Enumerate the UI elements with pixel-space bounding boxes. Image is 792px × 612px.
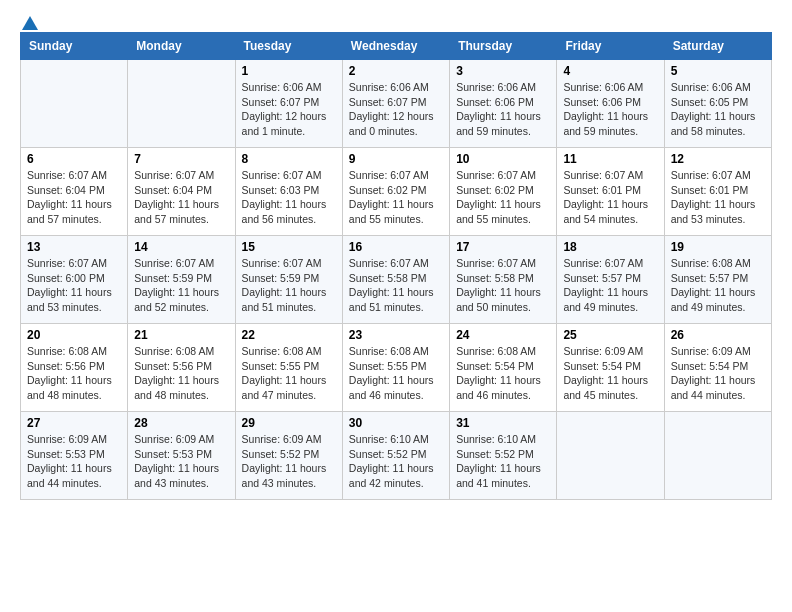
day-number-1: 1 — [242, 64, 336, 78]
cell-w2-d3: 8Sunrise: 6:07 AM Sunset: 6:03 PM Daylig… — [235, 148, 342, 236]
day-number-24: 24 — [456, 328, 550, 342]
day-info-8: Sunrise: 6:07 AM Sunset: 6:03 PM Dayligh… — [242, 168, 336, 227]
header-friday: Friday — [557, 33, 664, 60]
cell-w3-d4: 16Sunrise: 6:07 AM Sunset: 5:58 PM Dayli… — [342, 236, 449, 324]
day-number-16: 16 — [349, 240, 443, 254]
day-info-17: Sunrise: 6:07 AM Sunset: 5:58 PM Dayligh… — [456, 256, 550, 315]
day-info-24: Sunrise: 6:08 AM Sunset: 5:54 PM Dayligh… — [456, 344, 550, 403]
day-number-28: 28 — [134, 416, 228, 430]
cell-w4-d1: 20Sunrise: 6:08 AM Sunset: 5:56 PM Dayli… — [21, 324, 128, 412]
day-info-14: Sunrise: 6:07 AM Sunset: 5:59 PM Dayligh… — [134, 256, 228, 315]
day-info-30: Sunrise: 6:10 AM Sunset: 5:52 PM Dayligh… — [349, 432, 443, 491]
page-header — [20, 20, 772, 22]
day-info-4: Sunrise: 6:06 AM Sunset: 6:06 PM Dayligh… — [563, 80, 657, 139]
day-number-23: 23 — [349, 328, 443, 342]
day-info-20: Sunrise: 6:08 AM Sunset: 5:56 PM Dayligh… — [27, 344, 121, 403]
cell-w5-d6 — [557, 412, 664, 500]
day-number-30: 30 — [349, 416, 443, 430]
day-info-1: Sunrise: 6:06 AM Sunset: 6:07 PM Dayligh… — [242, 80, 336, 139]
cell-w2-d6: 11Sunrise: 6:07 AM Sunset: 6:01 PM Dayli… — [557, 148, 664, 236]
logo-icon — [22, 16, 38, 30]
day-number-12: 12 — [671, 152, 765, 166]
day-number-4: 4 — [563, 64, 657, 78]
day-number-14: 14 — [134, 240, 228, 254]
day-info-7: Sunrise: 6:07 AM Sunset: 6:04 PM Dayligh… — [134, 168, 228, 227]
calendar-table: SundayMondayTuesdayWednesdayThursdayFrid… — [20, 32, 772, 500]
week-row-3: 13Sunrise: 6:07 AM Sunset: 6:00 PM Dayli… — [21, 236, 772, 324]
cell-w3-d6: 18Sunrise: 6:07 AM Sunset: 5:57 PM Dayli… — [557, 236, 664, 324]
cell-w2-d5: 10Sunrise: 6:07 AM Sunset: 6:02 PM Dayli… — [450, 148, 557, 236]
week-row-2: 6Sunrise: 6:07 AM Sunset: 6:04 PM Daylig… — [21, 148, 772, 236]
day-info-22: Sunrise: 6:08 AM Sunset: 5:55 PM Dayligh… — [242, 344, 336, 403]
day-number-27: 27 — [27, 416, 121, 430]
cell-w5-d3: 29Sunrise: 6:09 AM Sunset: 5:52 PM Dayli… — [235, 412, 342, 500]
header-saturday: Saturday — [664, 33, 771, 60]
week-row-5: 27Sunrise: 6:09 AM Sunset: 5:53 PM Dayli… — [21, 412, 772, 500]
day-info-12: Sunrise: 6:07 AM Sunset: 6:01 PM Dayligh… — [671, 168, 765, 227]
header-row: SundayMondayTuesdayWednesdayThursdayFrid… — [21, 33, 772, 60]
calendar-body: 1Sunrise: 6:06 AM Sunset: 6:07 PM Daylig… — [21, 60, 772, 500]
day-number-7: 7 — [134, 152, 228, 166]
day-number-13: 13 — [27, 240, 121, 254]
cell-w5-d5: 31Sunrise: 6:10 AM Sunset: 5:52 PM Dayli… — [450, 412, 557, 500]
day-info-28: Sunrise: 6:09 AM Sunset: 5:53 PM Dayligh… — [134, 432, 228, 491]
header-monday: Monday — [128, 33, 235, 60]
day-info-6: Sunrise: 6:07 AM Sunset: 6:04 PM Dayligh… — [27, 168, 121, 227]
cell-w4-d6: 25Sunrise: 6:09 AM Sunset: 5:54 PM Dayli… — [557, 324, 664, 412]
day-number-22: 22 — [242, 328, 336, 342]
cell-w2-d2: 7Sunrise: 6:07 AM Sunset: 6:04 PM Daylig… — [128, 148, 235, 236]
day-info-16: Sunrise: 6:07 AM Sunset: 5:58 PM Dayligh… — [349, 256, 443, 315]
cell-w2-d4: 9Sunrise: 6:07 AM Sunset: 6:02 PM Daylig… — [342, 148, 449, 236]
day-info-10: Sunrise: 6:07 AM Sunset: 6:02 PM Dayligh… — [456, 168, 550, 227]
cell-w2-d7: 12Sunrise: 6:07 AM Sunset: 6:01 PM Dayli… — [664, 148, 771, 236]
day-number-8: 8 — [242, 152, 336, 166]
day-info-2: Sunrise: 6:06 AM Sunset: 6:07 PM Dayligh… — [349, 80, 443, 139]
day-info-23: Sunrise: 6:08 AM Sunset: 5:55 PM Dayligh… — [349, 344, 443, 403]
day-number-25: 25 — [563, 328, 657, 342]
cell-w3-d2: 14Sunrise: 6:07 AM Sunset: 5:59 PM Dayli… — [128, 236, 235, 324]
logo — [20, 20, 38, 22]
day-number-18: 18 — [563, 240, 657, 254]
cell-w1-d2 — [128, 60, 235, 148]
day-info-5: Sunrise: 6:06 AM Sunset: 6:05 PM Dayligh… — [671, 80, 765, 139]
cell-w1-d5: 3Sunrise: 6:06 AM Sunset: 6:06 PM Daylig… — [450, 60, 557, 148]
day-info-11: Sunrise: 6:07 AM Sunset: 6:01 PM Dayligh… — [563, 168, 657, 227]
day-number-29: 29 — [242, 416, 336, 430]
day-info-9: Sunrise: 6:07 AM Sunset: 6:02 PM Dayligh… — [349, 168, 443, 227]
day-info-27: Sunrise: 6:09 AM Sunset: 5:53 PM Dayligh… — [27, 432, 121, 491]
day-number-20: 20 — [27, 328, 121, 342]
svg-marker-0 — [22, 16, 38, 30]
cell-w3-d3: 15Sunrise: 6:07 AM Sunset: 5:59 PM Dayli… — [235, 236, 342, 324]
week-row-4: 20Sunrise: 6:08 AM Sunset: 5:56 PM Dayli… — [21, 324, 772, 412]
day-info-15: Sunrise: 6:07 AM Sunset: 5:59 PM Dayligh… — [242, 256, 336, 315]
day-number-9: 9 — [349, 152, 443, 166]
week-row-1: 1Sunrise: 6:06 AM Sunset: 6:07 PM Daylig… — [21, 60, 772, 148]
cell-w3-d7: 19Sunrise: 6:08 AM Sunset: 5:57 PM Dayli… — [664, 236, 771, 324]
day-number-21: 21 — [134, 328, 228, 342]
day-info-26: Sunrise: 6:09 AM Sunset: 5:54 PM Dayligh… — [671, 344, 765, 403]
cell-w4-d7: 26Sunrise: 6:09 AM Sunset: 5:54 PM Dayli… — [664, 324, 771, 412]
day-number-17: 17 — [456, 240, 550, 254]
cell-w4-d5: 24Sunrise: 6:08 AM Sunset: 5:54 PM Dayli… — [450, 324, 557, 412]
day-number-31: 31 — [456, 416, 550, 430]
day-number-26: 26 — [671, 328, 765, 342]
day-info-25: Sunrise: 6:09 AM Sunset: 5:54 PM Dayligh… — [563, 344, 657, 403]
cell-w4-d3: 22Sunrise: 6:08 AM Sunset: 5:55 PM Dayli… — [235, 324, 342, 412]
cell-w1-d1 — [21, 60, 128, 148]
day-info-3: Sunrise: 6:06 AM Sunset: 6:06 PM Dayligh… — [456, 80, 550, 139]
cell-w2-d1: 6Sunrise: 6:07 AM Sunset: 6:04 PM Daylig… — [21, 148, 128, 236]
cell-w3-d1: 13Sunrise: 6:07 AM Sunset: 6:00 PM Dayli… — [21, 236, 128, 324]
cell-w3-d5: 17Sunrise: 6:07 AM Sunset: 5:58 PM Dayli… — [450, 236, 557, 324]
cell-w4-d2: 21Sunrise: 6:08 AM Sunset: 5:56 PM Dayli… — [128, 324, 235, 412]
day-info-19: Sunrise: 6:08 AM Sunset: 5:57 PM Dayligh… — [671, 256, 765, 315]
cell-w1-d3: 1Sunrise: 6:06 AM Sunset: 6:07 PM Daylig… — [235, 60, 342, 148]
header-wednesday: Wednesday — [342, 33, 449, 60]
cell-w5-d7 — [664, 412, 771, 500]
header-sunday: Sunday — [21, 33, 128, 60]
day-info-21: Sunrise: 6:08 AM Sunset: 5:56 PM Dayligh… — [134, 344, 228, 403]
calendar-header: SundayMondayTuesdayWednesdayThursdayFrid… — [21, 33, 772, 60]
cell-w1-d6: 4Sunrise: 6:06 AM Sunset: 6:06 PM Daylig… — [557, 60, 664, 148]
day-number-11: 11 — [563, 152, 657, 166]
day-number-6: 6 — [27, 152, 121, 166]
day-info-31: Sunrise: 6:10 AM Sunset: 5:52 PM Dayligh… — [456, 432, 550, 491]
